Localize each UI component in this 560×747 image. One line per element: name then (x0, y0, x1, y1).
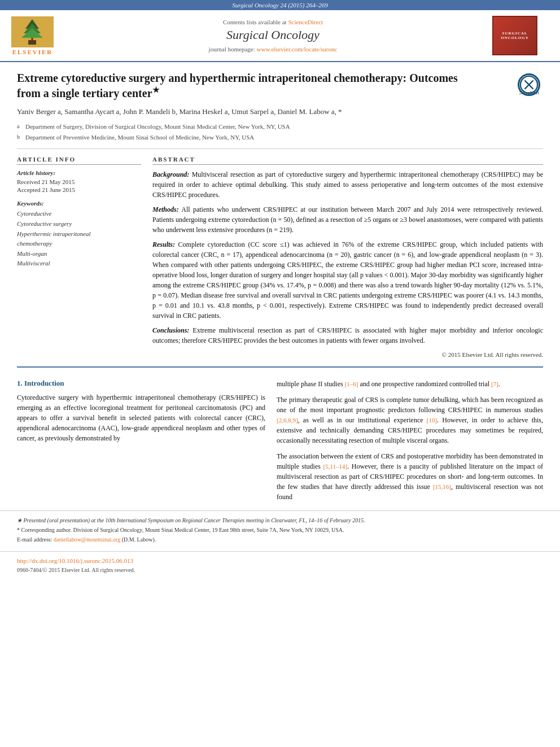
page: Surgical Oncology 24 (2015) 264–269 ELSE… (0, 0, 560, 747)
elsevier-logo-container: ELSEVIER (11, 16, 54, 55)
page-footer: http://dx.doi.org/10.1016/j.suronc.2015.… (0, 551, 560, 578)
section1-number: 1. (17, 379, 23, 387)
body-para-1: Cytoreductive surgery with hyperthermic … (17, 392, 265, 443)
elsevier-wordmark: ELSEVIER (12, 49, 53, 55)
keywords-section: Keywords: Cytoreductive Cytoreductive su… (17, 200, 141, 269)
contents-line: Contents lists available at ScienceDirec… (54, 19, 492, 25)
email-link[interactable]: daniellabow@mountsinai.org (54, 536, 120, 543)
svg-text:CrossMark: CrossMark (519, 90, 539, 95)
accepted-date: Accepted 21 June 2015 (17, 186, 141, 193)
abstract-methods: Methods: All patients who underwent CRS/… (152, 204, 543, 235)
abstract-results: Results: Complete cytoreduction (CC scor… (152, 239, 543, 321)
svg-rect-5 (28, 40, 36, 45)
footnote-star1: ★ Presented (oral presentation) at the 1… (17, 517, 543, 525)
keyword-5: Multi-organ (17, 249, 141, 259)
doi-link[interactable]: http://dx.doi.org/10.1016/j.suronc.2015.… (17, 557, 133, 564)
body-col-right: multiple phase II studies [1–6] and one … (277, 379, 543, 508)
footnote-star2: * Corresponding author. Division of Surg… (17, 526, 543, 534)
science-direct-link[interactable]: ScienceDirect (288, 19, 323, 25)
body-para-4: The association between the extent of CR… (277, 451, 543, 502)
keyword-6: Multivisceral (17, 259, 141, 269)
results-label: Results: (152, 241, 175, 248)
journal-header-right: SURGICAL ONCOLOGY (492, 16, 549, 55)
journal-homepage-link[interactable]: www.elsevier.com/locate/suronc (257, 46, 338, 53)
footnotes: ★ Presented (oral presentation) at the 1… (0, 510, 560, 551)
crossmark-logo: CrossMark (518, 73, 543, 96)
crossmark-icon: CrossMark (518, 73, 540, 96)
footnote-email: E-mail address: daniellabow@mountsinai.o… (17, 536, 543, 544)
keyword-2: Cytoreductive surgery (17, 219, 141, 229)
journal-title: Surgical Oncology (54, 28, 492, 42)
ref-10: [10] (427, 417, 437, 423)
history-label: Article history: (17, 169, 141, 176)
badge-line2: ONCOLOGY (501, 36, 529, 40)
conclusions-label: Conclusions: (152, 326, 189, 334)
article-info-col: ARTICLE INFO Article history: Received 2… (17, 156, 141, 358)
ref-511-14: [5,11–14] (323, 463, 348, 470)
abstract-col: ABSTRACT Background: Multivisceral resec… (152, 156, 543, 358)
divider-2 (17, 366, 543, 368)
article-info-heading: ARTICLE INFO (17, 156, 141, 165)
elsevier-tree-icon (11, 16, 54, 47)
authors: Yaniv Berger a, Samantha Aycart a, John … (17, 106, 543, 118)
abstract-heading: ABSTRACT (152, 156, 543, 165)
article-container: Extreme cytoreductive surgery and hypert… (0, 62, 560, 366)
affiliation-item: bDepartment of Preventive Medicine, Moun… (17, 133, 543, 142)
affiliations: aDepartment of Surgery, Division of Surg… (17, 122, 543, 142)
ref-7: [7] (491, 381, 498, 387)
divider-1 (17, 148, 543, 149)
keyword-4: chemotherapy (17, 239, 141, 249)
keyword-3: Hyperthermic intraperitoneal (17, 229, 141, 239)
methods-label: Methods: (152, 206, 179, 213)
body-col-left: 1. Introduction Cytoreductive surgery wi… (17, 379, 265, 508)
journal-badge: SURGICAL ONCOLOGY (492, 16, 537, 55)
journal-homepage: journal homepage: www.elsevier.com/locat… (54, 46, 492, 53)
journal-header: ELSEVIER Contents lists available at Sci… (0, 10, 560, 62)
main-body: 1. Introduction Cytoreductive surgery wi… (0, 379, 560, 508)
badge-line1: SURGICAL (502, 31, 528, 36)
ref-2689: [2,6,8,9] (277, 417, 298, 423)
affiliation-item: aDepartment of Surgery, Division of Surg… (17, 122, 543, 132)
section1-title-text: Introduction (24, 379, 64, 387)
abstract-background: Background: Multivisceral resection as p… (152, 169, 543, 200)
keyword-1: Cytoreductive (17, 209, 141, 219)
body-para-2: multiple phase II studies [1–6] and one … (277, 379, 543, 389)
received-date: Received 21 May 2015 (17, 178, 141, 185)
body-para-3: The primary therapeutic goal of CRS is c… (277, 395, 543, 445)
keywords-label: Keywords: (17, 200, 141, 207)
abstract-conclusions: Conclusions: Extreme multivisceral resec… (152, 325, 543, 346)
section1-title: 1. Introduction (17, 379, 265, 388)
ref-15-16: [15,16] (433, 483, 451, 490)
journal-issue-text: Surgical Oncology 24 (2015) 264–269 (232, 2, 327, 8)
background-label: Background: (152, 171, 189, 178)
article-title-section: Extreme cytoreductive surgery and hypert… (17, 71, 543, 101)
journal-issue-bar: Surgical Oncology 24 (2015) 264–269 (0, 0, 560, 10)
article-title: Extreme cytoreductive surgery and hypert… (17, 71, 480, 101)
ref-1-6: [1–6] (345, 381, 358, 387)
article-info-abstract: ARTICLE INFO Article history: Received 2… (17, 156, 543, 358)
copyright-line: © 2015 Elsevier Ltd. All rights reserved… (152, 351, 543, 358)
article-history: Article history: Received 21 May 2015 Ac… (17, 169, 141, 193)
journal-header-center: Contents lists available at ScienceDirec… (54, 19, 492, 53)
footer-issn: 0960-7404/© 2015 Elsevier Ltd. All right… (17, 567, 543, 573)
